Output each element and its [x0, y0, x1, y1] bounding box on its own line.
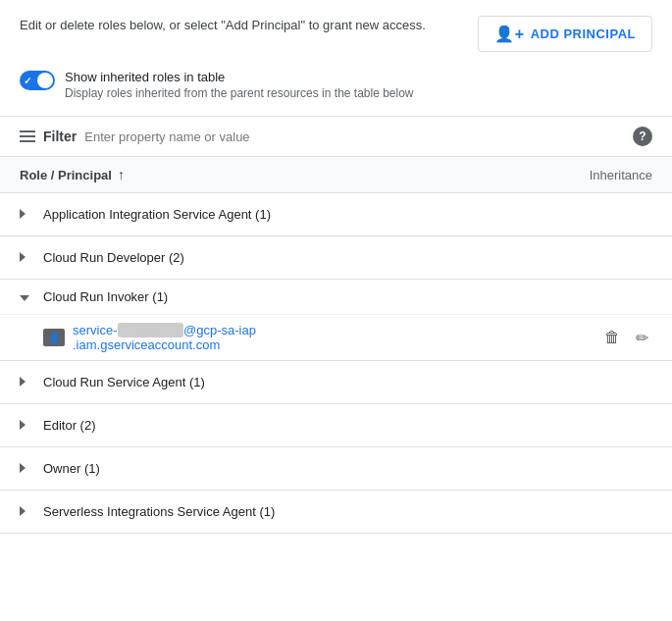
toggle-main-label: Show inherited roles in table — [65, 70, 414, 84]
toggle-sub-label: Display roles inherited from the parent … — [65, 86, 414, 100]
person-add-icon: 👤+ — [494, 25, 524, 43]
expand-icon[interactable] — [20, 251, 35, 265]
toggle-check-icon: ✓ — [24, 76, 31, 86]
principal-email: service-xxx@gcp-sa-iap .iam.gserviceacco… — [73, 323, 600, 352]
filter-input[interactable] — [84, 129, 625, 144]
role-name: Cloud Run Service Agent (1) — [43, 375, 205, 389]
principal-row: 👤 service-xxx@gcp-sa-iap .iam.gserviceac… — [0, 315, 672, 360]
help-icon-text: ? — [639, 129, 646, 143]
table-row: Cloud Run Service Agent (1) — [0, 361, 672, 404]
expand-icon[interactable] — [20, 462, 35, 476]
table-header: Role / Principal ↑ Inheritance — [0, 157, 672, 193]
principal-actions: 🗑 ✏ — [600, 325, 652, 351]
filter-label: Filter — [43, 129, 77, 144]
email-at: @gcp-sa-iap — [183, 323, 256, 337]
expanded-header: Cloud Run Invoker (1) — [0, 280, 672, 315]
row-content: Editor (2) — [20, 408, 652, 442]
email-redacted: xxx — [118, 323, 184, 337]
toggle-label-group: Show inherited roles in table Display ro… — [65, 70, 414, 100]
expand-icon[interactable] — [20, 376, 35, 389]
expand-icon[interactable] — [20, 290, 35, 304]
role-name: Serverless Integrations Service Agent (1… — [43, 504, 275, 519]
expand-icon[interactable] — [20, 419, 35, 433]
col-role-label: Role / Principal — [20, 168, 112, 182]
table-row: Application Integration Service Agent (1… — [0, 193, 672, 236]
row-content: Owner (1) — [20, 451, 652, 486]
col-inheritance-header: Inheritance — [535, 168, 652, 182]
expanded-section: Cloud Run Invoker (1) 👤 service-xxx@gcp-… — [0, 280, 672, 361]
row-content: Application Integration Service Agent (1… — [20, 197, 652, 232]
filter-row: Filter ? — [0, 117, 672, 157]
top-section: Edit or delete roles below, or select "A… — [0, 0, 672, 62]
principal-icon: 👤 — [43, 329, 65, 346]
table-row: Owner (1) — [0, 447, 672, 491]
table-row: Editor (2) — [0, 404, 672, 447]
role-name: Cloud Run Invoker (1) — [43, 289, 168, 304]
expand-icon[interactable] — [20, 505, 35, 519]
role-name: Editor (2) — [43, 418, 95, 433]
col-inheritance-label: Inheritance — [590, 168, 652, 182]
email-domain: .iam.gserviceaccount.com — [73, 337, 220, 352]
table-row: Serverless Integrations Service Agent (1… — [0, 491, 672, 534]
service-account-icon: 👤 — [48, 333, 60, 343]
role-name: Owner (1) — [43, 461, 100, 476]
col-role-header: Role / Principal ↑ — [20, 167, 535, 182]
help-icon[interactable]: ? — [633, 127, 652, 146]
role-name: Application Integration Service Agent (1… — [43, 207, 271, 222]
delete-icon[interactable]: 🗑 — [600, 325, 624, 350]
toggle-row: ✓ Show inherited roles in table Display … — [0, 62, 672, 116]
sort-asc-icon[interactable]: ↑ — [118, 167, 125, 182]
toggle-switch[interactable]: ✓ — [20, 71, 55, 90]
filter-lines-icon — [20, 130, 35, 142]
add-principal-label: ADD PRINCIPAL — [531, 26, 636, 41]
row-content: Cloud Run Service Agent (1) — [20, 365, 652, 399]
edit-icon[interactable]: ✏ — [632, 325, 652, 351]
row-content: Cloud Run Developer (2) — [20, 240, 652, 275]
add-principal-button[interactable]: 👤+ ADD PRINCIPAL — [478, 16, 652, 52]
table-row: Cloud Run Developer (2) — [0, 236, 672, 280]
description-text: Edit or delete roles below, or select "A… — [20, 16, 426, 35]
expand-icon[interactable] — [20, 208, 35, 222]
email-prefix: service- — [73, 323, 118, 337]
row-content: Serverless Integrations Service Agent (1… — [20, 494, 652, 529]
role-name: Cloud Run Developer (2) — [43, 250, 184, 265]
